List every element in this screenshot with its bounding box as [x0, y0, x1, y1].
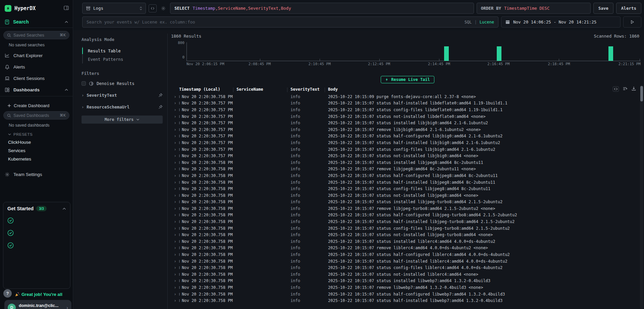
table-row[interactable]: › Nov 20 2:20:30.757 PM info 2025-10-22 …: [171, 100, 644, 107]
preset-item-services[interactable]: Services: [0, 145, 73, 153]
row-expand-icon[interactable]: ›: [171, 147, 179, 152]
table-row[interactable]: › Nov 20 2:20:30.757 PM info 2025-10-22 …: [171, 120, 644, 126]
table-row[interactable]: › Nov 20 2:20:30.758 PM info 2025-10-22 …: [171, 258, 644, 265]
row-expand-icon[interactable]: ›: [171, 94, 179, 99]
sidebar-item-dashboards[interactable]: Dashboards: [0, 86, 73, 93]
row-expand-icon[interactable]: ›: [171, 121, 179, 125]
sidebar-item-client-sessions[interactable]: Client Sessions: [0, 75, 73, 82]
chevron-up-icon[interactable]: [62, 208, 66, 210]
saved-dashboards-input[interactable]: Saved Dashboards ⌘K: [3, 111, 69, 120]
table-row[interactable]: › Nov 20 2:20:30.757 PM info 2025-10-22 …: [171, 106, 644, 113]
table-row[interactable]: › Nov 20 2:20:30.758 PM info 2025-10-22 …: [171, 212, 644, 219]
col-header-body[interactable]: Body: [328, 87, 644, 92]
row-expand-icon[interactable]: ›: [171, 193, 179, 198]
get-started-item[interactable]: [7, 241, 66, 249]
table-row[interactable]: › Nov 20 2:20:30.758 PM info 2025-10-22 …: [171, 231, 644, 238]
histogram-bar[interactable]: [497, 46, 501, 61]
row-expand-icon[interactable]: ›: [171, 101, 179, 105]
row-expand-icon[interactable]: ›: [171, 213, 179, 217]
row-expand-icon[interactable]: ›: [171, 226, 179, 231]
preset-item-clickhouse[interactable]: ClickHouse: [0, 136, 73, 145]
expand-json-icon[interactable]: [613, 86, 619, 92]
more-filters-button[interactable]: More filters: [82, 116, 163, 124]
mode-event-patterns[interactable]: Event Patterns: [83, 55, 163, 63]
time-range-picker[interactable]: Nov 20 14:06:25 - Nov 20 14:21:25: [501, 16, 621, 28]
col-header-servicename[interactable]: ServiceName: [236, 87, 290, 92]
table-row[interactable]: › Nov 20 2:20:30.758 PM info 2025-10-22 …: [171, 278, 644, 284]
row-expand-icon[interactable]: ›: [171, 259, 179, 264]
table-row[interactable]: › Nov 20 2:20:30.758 PM info 2025-10-22 …: [171, 199, 644, 206]
select-clause-input[interactable]: SELECT Timestamp,ServiceName,SeverityTex…: [170, 3, 474, 14]
row-expand-icon[interactable]: ›: [171, 239, 179, 244]
row-expand-icon[interactable]: ›: [171, 127, 179, 132]
table-row[interactable]: › Nov 20 2:20:30.758 PM info 2025-10-22 …: [171, 264, 644, 271]
edit-sql-button[interactable]: [149, 4, 157, 12]
saved-searches-input[interactable]: Saved Searches ⌘K: [3, 31, 69, 39]
results-histogram[interactable]: 8000: [171, 42, 644, 61]
row-expand-icon[interactable]: ›: [171, 153, 179, 158]
table-row[interactable]: › Nov 20 2:20:30.758 PM info 2025-10-22 …: [171, 93, 644, 100]
row-expand-icon[interactable]: ›: [171, 285, 179, 290]
filter-group-resourceschemaurl[interactable]: › ResourceSchemaUrl: [82, 104, 163, 109]
get-started-item[interactable]: [7, 216, 66, 224]
histogram-bar[interactable]: [444, 46, 449, 61]
row-expand-icon[interactable]: ›: [171, 252, 179, 257]
pin-icon[interactable]: [158, 93, 163, 97]
source-settings-button[interactable]: [159, 4, 167, 12]
resume-live-tail-button[interactable]: Resume Live Tail: [381, 76, 434, 83]
row-expand-icon[interactable]: ›: [171, 180, 179, 185]
row-expand-icon[interactable]: ›: [171, 219, 179, 224]
table-scrollbar[interactable]: [640, 85, 643, 309]
col-header-timestamp[interactable]: Timestamp (Local): [179, 87, 236, 92]
col-header-severitytext[interactable]: SeverityText: [290, 87, 328, 92]
table-row[interactable]: › Nov 20 2:20:30.757 PM info 2025-10-22 …: [171, 126, 644, 133]
row-expand-icon[interactable]: ›: [171, 134, 179, 138]
filter-group-severitytext[interactable]: › SeverityText: [82, 93, 163, 98]
histogram-bar[interactable]: [608, 46, 613, 61]
get-started-item[interactable]: [7, 229, 66, 236]
save-button[interactable]: Save: [593, 3, 613, 14]
row-expand-icon[interactable]: ›: [171, 107, 179, 112]
table-row[interactable]: › Nov 20 2:20:30.757 PM info 2025-10-22 …: [171, 152, 644, 159]
pin-icon[interactable]: [158, 105, 163, 109]
table-row[interactable]: › Nov 20 2:20:30.758 PM info 2025-10-22 …: [171, 251, 644, 258]
alerts-button[interactable]: Alerts: [616, 3, 641, 14]
row-expand-icon[interactable]: ›: [171, 167, 179, 171]
row-expand-icon[interactable]: ›: [171, 272, 179, 277]
table-row[interactable]: › Nov 20 2:20:30.758 PM info 2025-10-22 …: [171, 172, 644, 179]
sidebar-item-search[interactable]: Search: [0, 19, 73, 25]
row-expand-icon[interactable]: ›: [171, 140, 179, 145]
preset-item-kubernetes[interactable]: Kubernetes: [0, 153, 73, 162]
table-row[interactable]: › Nov 20 2:20:30.758 PM info 2025-10-22 …: [171, 166, 644, 173]
table-row[interactable]: › Nov 20 2:20:30.758 PM info 2025-10-22 …: [171, 179, 644, 186]
user-menu[interactable]: D dominic.tran@clic... dominic.tran@clic…: [4, 300, 71, 309]
row-expand-icon[interactable]: ›: [171, 246, 179, 250]
table-row[interactable]: › Nov 20 2:20:30.757 PM info 2025-10-22 …: [171, 133, 644, 140]
run-query-button[interactable]: [623, 16, 641, 28]
source-select[interactable]: Logs: [82, 3, 146, 14]
row-expand-icon[interactable]: ›: [171, 265, 179, 270]
table-row[interactable]: › Nov 20 2:20:30.758 PM info 2025-10-22 …: [171, 245, 644, 252]
row-expand-icon[interactable]: ›: [171, 160, 179, 165]
table-row[interactable]: › Nov 20 2:20:30.758 PM info 2025-10-22 …: [171, 185, 644, 192]
sidebar-item-team-settings[interactable]: Team Settings: [0, 171, 73, 178]
table-row[interactable]: › Nov 20 2:20:30.757 PM info 2025-10-22 …: [171, 146, 644, 153]
presets-toggle[interactable]: PRESETS: [0, 132, 73, 136]
help-button[interactable]: ?: [3, 289, 12, 298]
table-row[interactable]: › Nov 20 2:20:30.758 PM info 2025-10-22 …: [171, 291, 644, 298]
table-row[interactable]: › Nov 20 2:20:30.758 PM info 2025-10-22 …: [171, 238, 644, 245]
table-row[interactable]: › Nov 20 2:20:30.758 PM info 2025-10-22 …: [171, 297, 644, 304]
table-row[interactable]: › Nov 20 2:20:30.758 PM info 2025-10-22 …: [171, 192, 644, 199]
table-row[interactable]: › Nov 20 2:20:30.758 PM info 2025-10-22 …: [171, 159, 644, 166]
table-row[interactable]: › Nov 20 2:20:30.758 PM info 2025-10-22 …: [171, 271, 644, 278]
row-expand-icon[interactable]: ›: [171, 232, 179, 237]
table-row[interactable]: › Nov 20 2:20:30.758 PM info 2025-10-22 …: [171, 225, 644, 232]
sidebar-item-alerts[interactable]: Alerts: [0, 63, 73, 70]
table-row[interactable]: › Nov 20 2:20:30.757 PM info 2025-10-22 …: [171, 113, 644, 120]
row-expand-icon[interactable]: ›: [171, 200, 179, 204]
row-expand-icon[interactable]: ›: [171, 173, 179, 178]
table-row[interactable]: › Nov 20 2:20:30.758 PM info 2025-10-22 …: [171, 284, 644, 291]
language-toggle-sql[interactable]: SQL: [465, 20, 472, 25]
row-expand-icon[interactable]: ›: [171, 206, 179, 211]
row-expand-icon[interactable]: ›: [171, 186, 179, 191]
